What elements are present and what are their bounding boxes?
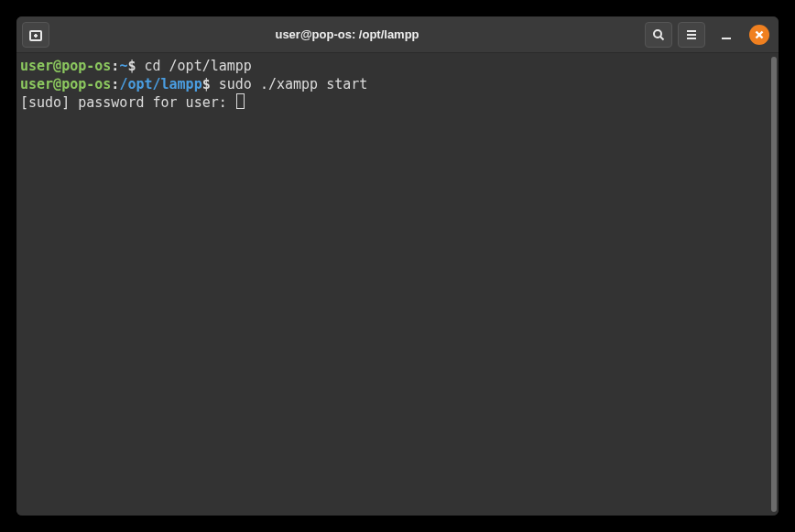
menu-button[interactable]	[678, 22, 705, 48]
new-tab-icon	[28, 27, 43, 42]
terminal-line: user@pop-os:~$ cd /opt/lampp	[20, 57, 773, 75]
search-icon	[651, 27, 666, 42]
terminal-body[interactable]: user@pop-os:~$ cd /opt/lamppuser@pop-os:…	[16, 53, 779, 516]
titlebar-left	[22, 22, 49, 48]
prompt-userhost: user@pop-os	[20, 76, 111, 92]
terminal-line: [sudo] password for user:	[20, 93, 773, 112]
minimize-button[interactable]	[714, 23, 738, 47]
hamburger-icon	[684, 27, 699, 42]
search-button[interactable]	[645, 22, 672, 48]
prompt-symbol: $	[127, 58, 144, 74]
svg-line-4	[660, 37, 664, 40]
cursor	[236, 93, 245, 109]
titlebar: user@pop-os: /opt/lampp	[16, 16, 779, 53]
terminal-content: user@pop-os:~$ cd /opt/lamppuser@pop-os:…	[20, 57, 773, 112]
close-icon	[755, 30, 764, 39]
titlebar-right	[645, 22, 773, 48]
svg-point-3	[654, 30, 661, 38]
output-text: [sudo] password for user:	[20, 94, 235, 111]
window-title: user@pop-os: /opt/lampp	[55, 27, 639, 41]
prompt-symbol: $	[202, 76, 219, 92]
new-tab-button[interactable]	[22, 22, 49, 48]
close-button[interactable]	[749, 25, 769, 45]
minimize-icon	[722, 38, 731, 39]
prompt-userhost: user@pop-os	[20, 58, 111, 74]
prompt-cwd: /opt/lampp	[119, 76, 201, 92]
scrollbar[interactable]	[771, 57, 777, 512]
command-text: sudo ./xampp start	[219, 76, 368, 92]
command-text: cd /opt/lampp	[144, 58, 251, 74]
terminal-window: user@pop-os: /opt/lampp	[16, 16, 779, 516]
terminal-line: user@pop-os:/opt/lampp$ sudo ./xampp sta…	[20, 75, 773, 93]
